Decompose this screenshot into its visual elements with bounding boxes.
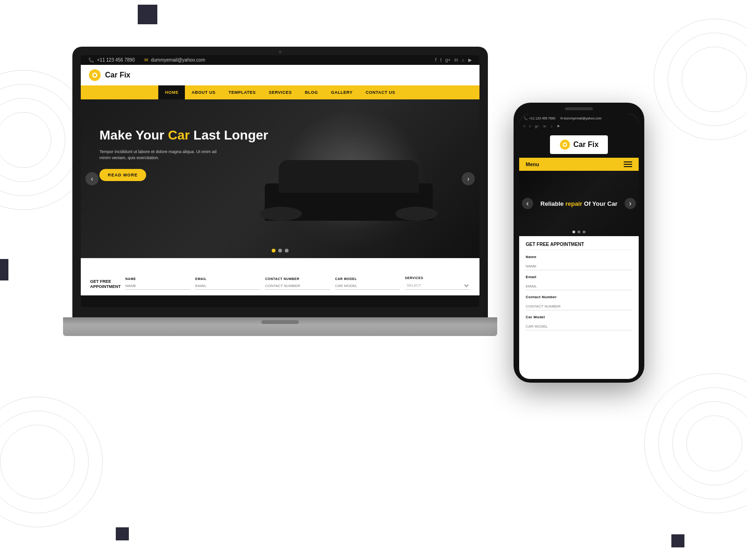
phone-menu-bar[interactable]: Menu [519,158,639,171]
contact-input[interactable] [265,282,331,290]
phone-gplus-icon[interactable]: g+ [535,125,539,128]
email-info: ✉ dummyemail@yahoo.com [144,57,205,63]
laptop-screen: 📞 +11 123 456 7890 ✉ dummyemail@yahoo.co… [81,55,479,307]
phone-dot-1[interactable] [572,231,575,233]
linkedin-icon[interactable]: in [454,57,458,63]
email-field: Email [195,277,261,290]
phone-rss-icon[interactable]: ⌂ [550,125,552,128]
laptop-mockup: 📞 +11 123 456 7890 ✉ dummyemail@yahoo.co… [72,47,488,336]
hamburger-menu-icon[interactable] [624,161,632,167]
laptop-base [63,317,497,336]
nav-gallery[interactable]: GALLERY [324,85,359,99]
svg-point-13 [564,143,566,146]
site-navigation: HOME ABOUT US TEMPLATES SERVICES BLOG GA… [81,85,479,99]
contact-label: Contact Number [265,277,331,280]
phone-car-model-input[interactable] [526,323,632,330]
phone-name-label: Name [526,255,632,259]
rss-icon[interactable]: ⌂ [462,57,465,63]
email-label: Email [195,277,261,280]
svg-rect-5 [89,74,91,76]
phone-menu-label: Menu [526,161,539,167]
hero-dots [272,249,289,252]
phone-logo-text: Car Fix [573,140,599,149]
nav-home[interactable]: HOME [158,85,185,99]
phone-hero-text: Reliable repair Of Your Car [541,200,618,207]
phone-social-row: f t g+ in ⌂ ▶ [519,123,639,131]
twitter-icon[interactable]: t [440,57,442,63]
svg-rect-3 [94,70,95,71]
phone-screen: 📞 +11 123 456 7890 ✉ dummyemail@yahoo.co… [519,114,639,379]
phone-topbar-container: 📞 +11 123 456 7890 ✉ dummyemail@yahoo.co… [519,114,639,158]
hero-dot-2[interactable] [278,249,282,252]
phone-contact-input[interactable] [526,303,632,310]
nav-services[interactable]: SERVICES [262,85,298,99]
read-more-button[interactable]: READ MORE [99,169,146,181]
googleplus-icon[interactable]: g+ [445,57,451,63]
phone-linkedin-icon[interactable]: in [543,125,546,128]
name-label: Name [126,277,191,280]
services-select[interactable]: Select [405,281,470,290]
phone-email-label: Email [526,275,632,279]
nav-blog[interactable]: BLOG [298,85,324,99]
phone-hero-section: Reliable repair Of Your Car ‹ › [519,171,639,236]
name-input[interactable] [126,282,191,290]
decorative-square [0,259,8,280]
phone-facebook-icon[interactable]: f [524,125,525,128]
name-field: Name [126,277,191,290]
email-icon: ✉ [144,57,148,63]
hero-prev-arrow[interactable]: ‹ [85,172,99,185]
phone-dot-2[interactable] [578,231,580,233]
svg-rect-6 [99,74,101,76]
phone-email-input[interactable] [526,283,632,290]
phone-logo-area: Car Fix [519,131,639,158]
nav-about[interactable]: ABOUT US [185,85,222,99]
decorative-square [116,527,129,540]
phone-appointment-title: GET FREE APPOINTMENT [526,242,632,250]
phone-number-info: 📞 +11 123 456 7890 [524,117,556,120]
phone-hero-dots [572,231,585,233]
appointment-bar: GET FREE APPOINTMENT Name Email Contact … [81,258,479,295]
phone-dot-3[interactable] [583,231,585,233]
car-model-input[interactable] [335,282,401,290]
hero-content: Make Your Car Last Longer Tempor incidid… [99,127,268,181]
phone-name-field: Name [526,255,632,270]
phone-logo-gear-icon [559,139,571,150]
youtube-icon[interactable]: ▶ [468,57,472,63]
phone-hero-next-arrow[interactable]: › [625,198,636,209]
phone-appointment-section: GET FREE APPOINTMENT Name Email Contact … [519,236,639,341]
site-header: Car Fix [81,65,479,85]
svg-rect-4 [94,79,95,81]
hero-description: Tempor incididunt ut labore et dolore ma… [99,149,221,161]
facebook-icon[interactable]: f [435,57,437,63]
services-field: Services Select [405,276,470,290]
logo-gear-icon [88,69,101,82]
appointment-label: GET FREE APPOINTMENT [90,279,121,290]
decorative-square [138,5,157,24]
svg-rect-15 [564,148,566,149]
hero-dot-3[interactable] [285,249,289,252]
site-topbar: 📞 +11 123 456 7890 ✉ dummyemail@yahoo.co… [81,55,479,65]
phone-twitter-icon[interactable]: t [529,125,530,128]
nav-templates[interactable]: TEMPLATES [222,85,262,99]
hero-dot-1[interactable] [272,249,275,252]
svg-rect-17 [568,144,570,146]
phone-info: 📞 +11 123 456 7890 [88,57,135,63]
phone-contact-label: Contact Number [526,295,632,299]
phone-email-field: Email [526,275,632,290]
email-input[interactable] [195,282,261,290]
site-logo: Car Fix [88,69,130,82]
phone-name-input[interactable] [526,263,632,270]
svg-rect-16 [560,144,561,146]
services-label: Services [405,276,470,280]
phone-notch [565,107,593,110]
phone-youtube-icon[interactable]: ▶ [557,124,560,128]
phone-topbar: 📞 +11 123 456 7890 ✉ dummyemail@yahoo.co… [519,114,639,123]
phone-body: 📞 +11 123 456 7890 ✉ dummyemail@yahoo.co… [514,103,644,383]
phone-logo: Car Fix [550,135,608,154]
nav-contact[interactable]: CONTACT US [359,85,402,99]
hero-next-arrow[interactable]: › [462,172,475,185]
hero-section: Make Your Car Last Longer Tempor incidid… [81,99,479,258]
phone-hero-prev-arrow[interactable]: ‹ [522,198,533,209]
car-model-field: Car Model [335,277,401,290]
svg-rect-14 [564,140,566,141]
